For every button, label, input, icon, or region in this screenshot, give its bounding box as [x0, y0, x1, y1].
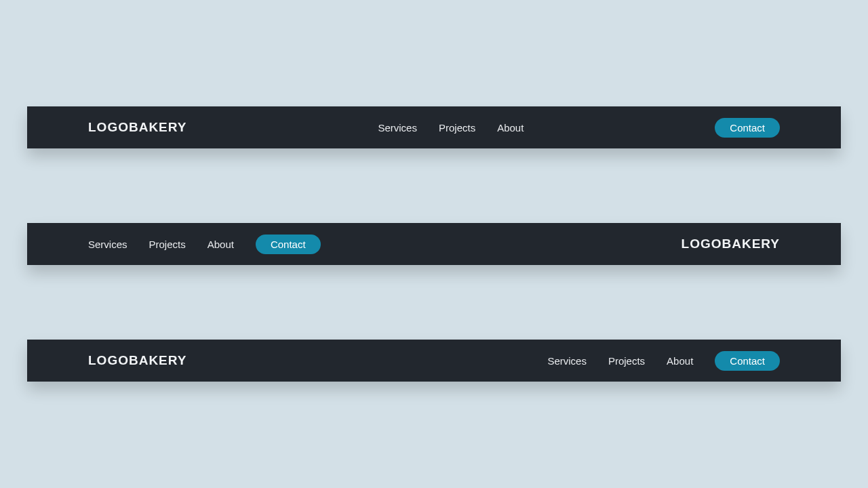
nav-links-right: Services Projects About Contact: [547, 351, 780, 371]
nav-link-services[interactable]: Services: [547, 355, 587, 367]
brand-logo: LOGOBAKERY: [88, 120, 186, 135]
nav-link-about[interactable]: About: [208, 239, 234, 250]
nav-link-services[interactable]: Services: [378, 122, 417, 134]
navbar-variant-2: Services Projects About Contact LOGOBAKE…: [27, 223, 841, 265]
contact-button[interactable]: Contact: [715, 351, 780, 371]
nav-link-about[interactable]: About: [497, 122, 524, 134]
nav-link-services[interactable]: Services: [88, 239, 127, 250]
brand-logo: LOGOBAKERY: [682, 237, 780, 251]
nav-links-left: Services Projects About Contact: [88, 235, 321, 254]
nav-link-projects[interactable]: Projects: [608, 355, 645, 367]
nav-links-center: Services Projects About: [378, 122, 524, 134]
nav-link-about[interactable]: About: [667, 355, 693, 367]
contact-button[interactable]: Contact: [715, 118, 780, 138]
contact-button[interactable]: Contact: [256, 235, 321, 254]
nav-cta-wrap: Contact: [715, 118, 780, 138]
brand-logo: LOGOBAKERY: [88, 353, 186, 368]
navbar-variant-1: LOGOBAKERY Services Projects About Conta…: [27, 106, 841, 148]
nav-link-projects[interactable]: Projects: [439, 122, 475, 134]
nav-link-projects[interactable]: Projects: [149, 239, 186, 250]
navbar-variant-3: LOGOBAKERY Services Projects About Conta…: [27, 340, 841, 382]
